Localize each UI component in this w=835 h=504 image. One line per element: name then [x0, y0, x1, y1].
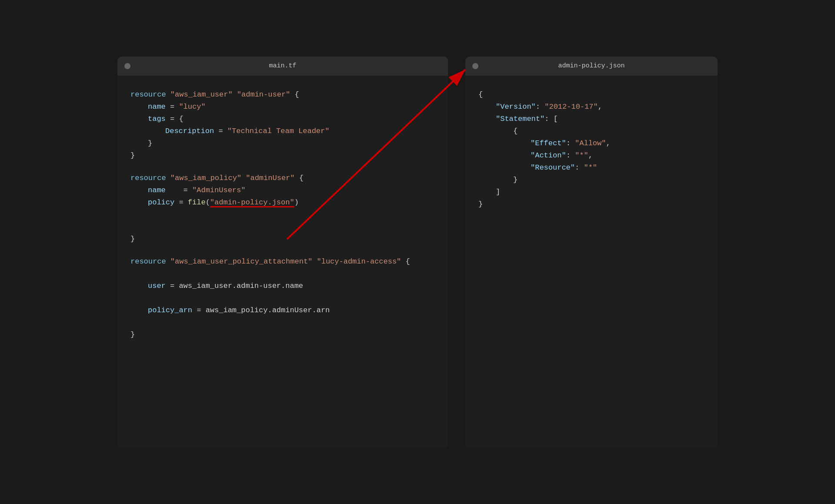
traffic-light-left — [124, 63, 130, 69]
json-line-3: "Statement": [ — [478, 113, 705, 125]
windows-container: main.tf resource "aws_iam_user" "admin-u… — [117, 57, 718, 448]
json-line-10: } — [478, 198, 705, 210]
line-1-2: name = "lucy" — [130, 101, 435, 113]
line-3-2: user = aws_iam_user.admin-user.name — [130, 280, 435, 292]
line-1-6: } — [130, 150, 435, 162]
line-3-4: } — [130, 329, 435, 341]
left-title-bar: main.tf — [117, 57, 448, 76]
json-line-5: "Effect": "Allow", — [478, 137, 705, 150]
right-window-title: admin-policy.json — [558, 62, 625, 70]
line-3-blank3 — [130, 317, 435, 329]
code-block-2: resource "aws_iam_policy" "adminUser" { … — [130, 172, 435, 245]
line-3-3: policy_arn = aws_iam_policy.adminUser.ar… — [130, 304, 435, 317]
line-3-1: resource "aws_iam_user_policy_attachment… — [130, 256, 435, 268]
traffic-light-right — [472, 63, 478, 69]
json-line-2: "Version": "2012-10-17", — [478, 101, 705, 113]
line-3-blank2 — [130, 292, 435, 304]
line-1-3: tags = { — [130, 113, 435, 125]
json-line-4: { — [478, 125, 705, 137]
code-block-1: resource "aws_iam_user" "admin-user" { n… — [130, 89, 435, 162]
json-line-8: } — [478, 174, 705, 186]
line-1-5: } — [130, 137, 435, 150]
json-line-9: ] — [478, 186, 705, 198]
json-line-7: "Resource": "*" — [478, 162, 705, 174]
left-window: main.tf resource "aws_iam_user" "admin-u… — [117, 57, 448, 448]
left-window-title: main.tf — [269, 62, 296, 70]
json-line-1: { — [478, 89, 705, 101]
line-2-blank2 — [130, 221, 435, 233]
line-1-1: resource "aws_iam_user" "admin-user" { — [130, 89, 435, 101]
line-2-3: policy = file("admin-policy.json") — [130, 197, 435, 209]
right-title-bar: admin-policy.json — [465, 57, 718, 76]
json-line-6: "Action": "*", — [478, 150, 705, 162]
left-code-area: resource "aws_iam_user" "admin-user" { n… — [117, 76, 448, 365]
line-2-2: name = "AdminUsers" — [130, 184, 435, 197]
line-2-4: } — [130, 233, 435, 245]
underlined-filename: "admin-policy.json" — [210, 198, 294, 207]
right-window: admin-policy.json { "Version": "2012-10-… — [465, 57, 718, 448]
line-1-4: Description = "Technical Team Leader" — [130, 125, 435, 137]
line-2-1: resource "aws_iam_policy" "adminUser" { — [130, 172, 435, 184]
line-3-blank1 — [130, 268, 435, 280]
code-block-3: resource "aws_iam_user_policy_attachment… — [130, 256, 435, 341]
right-code-area: { "Version": "2012-10-17", "Statement": … — [465, 76, 718, 224]
line-2-blank — [130, 209, 435, 221]
